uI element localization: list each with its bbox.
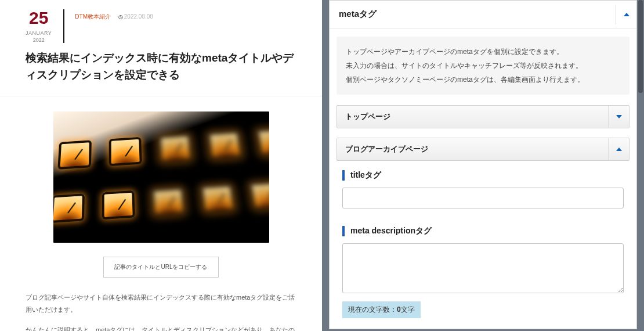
meta-description-textarea[interactable] (342, 243, 624, 293)
desc-line-1: トップページやアーカイブページのmetaタグを個別に設定できます。 (346, 45, 620, 59)
section-top-page-toggle[interactable] (608, 106, 629, 128)
post-title: 検索結果にインデックス時に有効なmetaタイトルやディスクリプションを設定できる (26, 50, 296, 83)
desc-line-2: 未入力の場合は、サイトのタイトルやキャッチフレーズ等が反映されます。 (346, 59, 620, 73)
section-top-page-label: トップページ (345, 111, 390, 122)
chevron-down-icon (616, 115, 622, 118)
post-paragraph-2: かんたんに説明すると、metaタグには、タイトルとディスクリプションなどがあり、… (26, 324, 296, 331)
copy-title-url-button[interactable]: 記事のタイトルとURLをコピーする (103, 257, 218, 278)
date-day: 25 (26, 9, 52, 27)
section-blog-archive-toggle[interactable] (608, 138, 629, 160)
section-top-page[interactable]: トップページ (337, 105, 629, 128)
char-count-value: 0 (397, 305, 401, 314)
panel-title: metaタグ (339, 9, 377, 20)
chevron-up-icon (624, 13, 629, 16)
desc-line-3: 個別ページやタクソノミーページのmetaタグは、各編集画面より行えます。 (346, 73, 620, 87)
feature-image (53, 111, 269, 243)
chevron-up-icon (616, 147, 622, 151)
date-month: JANUARY (26, 30, 52, 36)
blog-archive-body: titleタグ meta descriptionタグ 現在の文字数：0文字 (337, 170, 629, 318)
date-block: 25 JANUARY 2022 (26, 9, 64, 43)
posted-date: 2022.08.08 (124, 13, 153, 20)
char-count-badge: 現在の文字数：0文字 (342, 301, 421, 318)
meta-tag-panel: metaタグ トップページやアーカイブページのmetaタグを個別に設定できます。… (329, 0, 637, 329)
post-meta-right: DTM教本紹介 ◷2022.08.08 (75, 9, 153, 21)
section-blog-archive-label: ブログアーカイブページ (345, 144, 428, 154)
blog-preview-pane: 25 JANUARY 2022 DTM教本紹介 ◷2022.08.08 検索結果… (0, 0, 322, 331)
char-count-prefix: 現在の文字数： (348, 305, 397, 314)
scrollbar-track[interactable] (638, 0, 643, 331)
date-year: 2022 (26, 37, 52, 43)
meta-description-label: meta descriptionタグ (342, 226, 624, 236)
admin-panel-pane: metaタグ トップページやアーカイブページのmetaタグを個別に設定できます。… (322, 0, 644, 331)
panel-collapse-button[interactable] (616, 5, 636, 24)
scrollbar-thumb[interactable] (638, 0, 643, 93)
panel-body: トップページやアーカイブページのmetaタグを個別に設定できます。 未入力の場合… (330, 28, 636, 329)
post-paragraph-1: ブログ記事ページやサイト自体を検索結果にインデックスする際に有効なmetaタグ設… (26, 292, 296, 316)
post-meta-row: 25 JANUARY 2022 DTM教本紹介 ◷2022.08.08 (26, 9, 296, 43)
title-tag-label: titleタグ (342, 170, 624, 181)
divider (0, 96, 322, 96)
panel-header: metaタグ (330, 1, 636, 28)
section-blog-archive[interactable]: ブログアーカイブページ (337, 138, 629, 161)
category-link[interactable]: DTM教本紹介 (75, 13, 111, 20)
clock-icon: ◷ (118, 14, 123, 20)
panel-description: トップページやアーカイブページのmetaタグを個別に設定できます。 未入力の場合… (337, 37, 629, 95)
char-count-suffix: 文字 (401, 305, 415, 314)
title-tag-input[interactable] (342, 188, 624, 208)
